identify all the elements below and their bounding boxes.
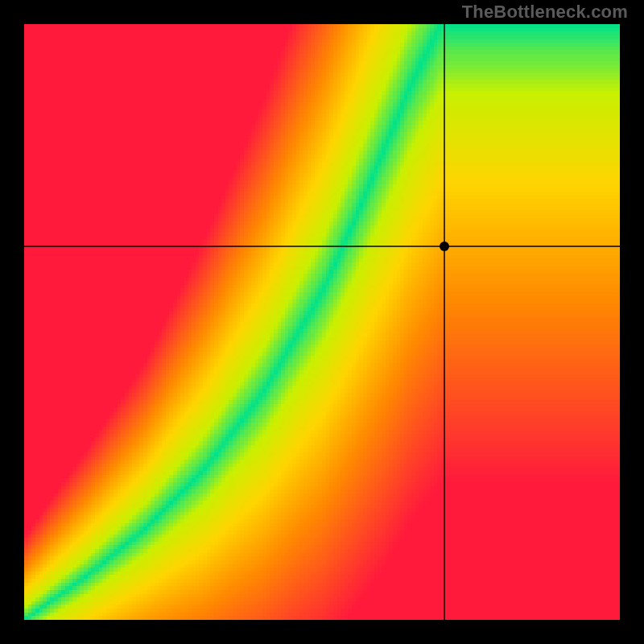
heatmap-overlay — [24, 24, 620, 620]
marker-point — [440, 242, 449, 251]
chart-frame: TheBottleneck.com — [0, 0, 644, 644]
watermark-text: TheBottleneck.com — [462, 2, 628, 23]
